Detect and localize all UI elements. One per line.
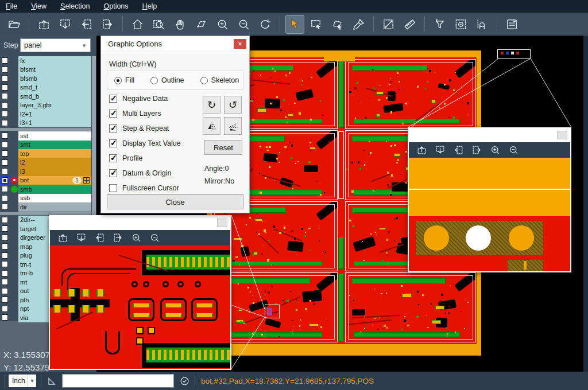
layer-checkbox[interactable] xyxy=(2,84,8,91)
move-up-button[interactable] xyxy=(55,231,70,245)
layer-checkbox[interactable] xyxy=(2,186,8,192)
drag-shape-button[interactable] xyxy=(192,15,210,33)
checkbox-box[interactable] xyxy=(109,124,117,132)
layer-checkbox[interactable] xyxy=(2,252,8,259)
layer-checkbox[interactable] xyxy=(2,243,8,249)
zoom-in-button[interactable] xyxy=(214,15,231,33)
unit-select[interactable]: Inch ▾ xyxy=(9,375,36,387)
rotate-ccw-button[interactable]: ↺ xyxy=(224,96,242,114)
zoom-out-button[interactable] xyxy=(235,15,253,33)
move-up-button[interactable] xyxy=(35,15,53,33)
checkbox-step-repeat[interactable]: Step & Repeat xyxy=(109,121,181,136)
layer-checkbox[interactable] xyxy=(2,150,8,157)
layer-checkbox[interactable] xyxy=(2,314,8,321)
layer-checkbox[interactable] xyxy=(2,57,8,64)
layer-row-top[interactable]: top xyxy=(0,149,91,158)
move-down-button[interactable] xyxy=(74,231,88,245)
layer-checkbox[interactable] xyxy=(2,159,8,166)
select-rect-button[interactable] xyxy=(307,15,325,33)
move-right-button[interactable] xyxy=(110,231,125,245)
clean-brush-button[interactable] xyxy=(350,15,368,33)
checkbox-negative-data[interactable]: Negative Data xyxy=(109,91,181,106)
layer-row-l3+1[interactable]: l3+1 xyxy=(0,119,91,128)
reset-button[interactable]: Reset xyxy=(204,140,242,155)
move-up-button[interactable] xyxy=(414,143,429,157)
checkbox-box[interactable] xyxy=(109,169,117,177)
magnifier-left-close-icon[interactable] xyxy=(217,219,227,227)
select-polygon-button[interactable] xyxy=(328,15,346,33)
flip-horizontal-button[interactable] xyxy=(203,117,220,135)
chevron-down-icon[interactable]: ▾ xyxy=(28,375,36,387)
checkbox-datum-origin[interactable]: Datum & Origin xyxy=(109,166,181,181)
layers-form-button[interactable] xyxy=(503,15,521,33)
layer-row-smt[interactable]: smt xyxy=(0,141,91,150)
layer-row-dir[interactable]: dir xyxy=(0,202,91,212)
layer-row-smd_b[interactable]: smd_b xyxy=(0,92,91,101)
layer-checkbox[interactable] xyxy=(2,67,8,73)
move-down-button[interactable] xyxy=(432,143,447,157)
apply-check-icon[interactable] xyxy=(179,375,190,387)
layer-checkbox[interactable] xyxy=(2,132,8,139)
layer-checkbox[interactable] xyxy=(2,102,8,108)
step-select[interactable]: panel ▾ xyxy=(20,38,91,52)
move-right-button[interactable] xyxy=(99,15,117,33)
layer-row-layer_3.gbr[interactable]: layer_3.gbr xyxy=(0,101,91,110)
checkbox-profile[interactable]: Profile xyxy=(109,151,181,166)
layer-row-l2+1[interactable]: l2+1 xyxy=(0,110,91,119)
layer-checkbox[interactable] xyxy=(2,279,8,285)
view-options-button[interactable] xyxy=(452,15,470,33)
layer-checkbox[interactable] xyxy=(2,297,8,303)
magnifier-left-titlebar[interactable] xyxy=(50,216,230,230)
command-input[interactable] xyxy=(62,374,174,388)
magnifier-right-close-icon[interactable] xyxy=(557,131,567,139)
menu-item-file[interactable]: File xyxy=(6,2,17,10)
zoom-out-button[interactable] xyxy=(506,143,521,157)
move-left-button[interactable] xyxy=(78,15,95,33)
ruler-button[interactable] xyxy=(401,15,419,33)
step-repeat-grid-icon[interactable] xyxy=(83,177,90,184)
checkbox-box[interactable] xyxy=(109,184,117,192)
menu-item-view[interactable]: View xyxy=(31,2,47,10)
radio-skeleton[interactable]: Skeleton xyxy=(200,76,239,84)
zoom-out-button[interactable] xyxy=(147,231,162,245)
layer-row-smd_t[interactable]: smd_t xyxy=(0,83,91,92)
layer-checkbox[interactable] xyxy=(2,225,8,232)
open-folder-button[interactable] xyxy=(5,15,23,33)
menu-item-help[interactable]: Help xyxy=(142,2,157,10)
magnifier-right-titlebar[interactable] xyxy=(409,128,570,142)
pan-hand-button[interactable] xyxy=(171,15,189,33)
move-left-button[interactable] xyxy=(451,143,466,157)
zoom-in-button[interactable] xyxy=(129,231,144,245)
menu-item-selection[interactable]: Selection xyxy=(60,2,90,10)
home-button[interactable] xyxy=(129,15,146,33)
zoom-in-button[interactable] xyxy=(488,143,502,157)
layer-row-l3[interactable]: l3 xyxy=(0,167,91,176)
layer-checkbox[interactable] xyxy=(2,75,8,81)
layer-checkbox[interactable] xyxy=(2,261,8,267)
checkbox-box[interactable] xyxy=(109,139,117,147)
checkbox-box[interactable] xyxy=(109,110,117,118)
flip-vertical-button[interactable] xyxy=(224,117,242,135)
layer-row-smb[interactable]: smb xyxy=(0,185,91,194)
angle-mode-icon[interactable] xyxy=(46,375,57,387)
measure-line-button[interactable] xyxy=(380,15,397,33)
layer-row-fx[interactable]: fx xyxy=(0,56,91,65)
layer-checkbox[interactable] xyxy=(2,204,8,210)
move-down-button[interactable] xyxy=(56,15,74,33)
menu-item-options[interactable]: Options xyxy=(103,2,128,10)
checkbox-box[interactable] xyxy=(109,95,117,103)
zoom-previous-button[interactable] xyxy=(256,15,274,33)
zoom-area-button[interactable] xyxy=(150,15,168,33)
layer-checkbox[interactable] xyxy=(2,177,8,184)
layer-checkbox[interactable] xyxy=(2,142,8,148)
layer-row-bot[interactable]: bot1 xyxy=(0,176,91,185)
radio-outline[interactable]: Outline xyxy=(150,76,184,84)
layer-checkbox[interactable] xyxy=(2,195,8,201)
layer-checkbox[interactable] xyxy=(2,306,8,312)
radio-fill[interactable]: Fill xyxy=(114,76,134,84)
layer-row-sst[interactable]: sst xyxy=(0,131,91,141)
dialog-title[interactable]: Graphic Options xyxy=(101,36,249,52)
layer-row-bfsmt[interactable]: bfsmt xyxy=(0,65,91,75)
close-icon[interactable]: ✕ xyxy=(234,39,246,49)
move-right-button[interactable] xyxy=(469,143,484,157)
